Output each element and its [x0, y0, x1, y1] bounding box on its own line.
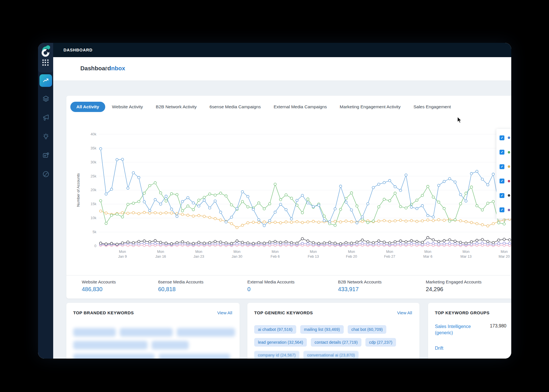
- svg-text:Feb 6: Feb 6: [270, 255, 280, 259]
- svg-text:Jan 23: Jan 23: [193, 255, 204, 259]
- blurred-keyword-row: [73, 354, 235, 359]
- top-keyword-groups-card: TOP KEYWORD GROUPS Sales Intelligence (g…: [428, 303, 511, 359]
- sidebar-item-insights[interactable]: [42, 133, 49, 140]
- breadcrumb: Dashboard | Inbox: [53, 57, 511, 81]
- svg-text:Feb 20: Feb 20: [346, 255, 357, 259]
- svg-text:Mon: Mon: [310, 250, 317, 254]
- top-generic-keywords-card: TOP GENERIC KEYWORDS View All ai chatbot…: [247, 303, 419, 359]
- sidebar-item-dashboard[interactable]: [39, 74, 52, 87]
- svg-text:Mar 13: Mar 13: [460, 255, 472, 259]
- legend-row: ✓6sense Media Campaigns: [500, 164, 511, 169]
- trending-up-icon: [42, 77, 49, 84]
- stat-value[interactable]: 433,917: [338, 286, 382, 293]
- svg-text:Mon: Mon: [424, 250, 431, 254]
- gauge-icon: [42, 171, 49, 178]
- blurred-keyword-chip[interactable]: [73, 341, 148, 349]
- svg-text:Mon: Mon: [157, 250, 164, 254]
- sidebar-item-metrics[interactable]: [42, 170, 49, 178]
- legend-checkbox-checked[interactable]: ✓: [500, 135, 504, 140]
- svg-text:Mon: Mon: [195, 250, 202, 254]
- contact-card-icon: [42, 152, 49, 159]
- stat-value: 24,296: [426, 286, 482, 293]
- blurred-keyword-chip[interactable]: [120, 328, 172, 337]
- legend-checkbox-checked[interactable]: ✓: [500, 164, 504, 169]
- keyword-chip[interactable]: contact details (27,719): [311, 338, 361, 347]
- keyword-chip[interactable]: cdp (27,237): [365, 338, 396, 347]
- svg-text:25k: 25k: [91, 174, 97, 178]
- stat-value[interactable]: 0: [247, 286, 295, 293]
- svg-text:Mon: Mon: [272, 250, 279, 254]
- blurred-keyword-row: [73, 328, 235, 337]
- blurred-keyword-chip[interactable]: [73, 354, 155, 359]
- keyword-chip[interactable]: lead generation (32,564): [254, 338, 307, 347]
- legend-row: ✓External Media Campaigns: [500, 179, 511, 184]
- blurred-keyword-chip[interactable]: [73, 328, 116, 337]
- svg-text:0: 0: [94, 244, 96, 248]
- app-grid-icon[interactable]: [42, 59, 49, 66]
- chart-legend-panel: ✓Website Activity✓B2B Network Activity✓6…: [496, 129, 511, 219]
- page-title: DASHBOARD: [63, 48, 92, 52]
- legend-row: ✓Website Activity: [500, 135, 511, 140]
- keyword-chip[interactable]: mailing list (93,469): [300, 325, 344, 334]
- card-title: TOP KEYWORD GROUPS: [435, 310, 490, 315]
- svg-text:Number of Accounts: Number of Accounts: [76, 173, 80, 207]
- svg-text:Feb 13: Feb 13: [308, 255, 319, 259]
- svg-text:Jan 16: Jan 16: [155, 255, 166, 259]
- svg-text:Jan 9: Jan 9: [118, 255, 127, 259]
- svg-text:5k: 5k: [93, 230, 97, 234]
- breadcrumb-separator: |: [106, 65, 107, 71]
- legend-series-marker: [508, 165, 510, 168]
- legend-checkbox-checked[interactable]: ✓: [500, 207, 504, 212]
- keyword-chip-row: ai chatbot (97,516)mailing list (93,469)…: [254, 325, 415, 334]
- blurred-keyword-chip[interactable]: [177, 328, 235, 337]
- svg-text:30k: 30k: [91, 160, 97, 164]
- card-title: TOP BRANDED KEYWORDS: [73, 310, 134, 315]
- legend-series-marker: [508, 151, 510, 153]
- svg-text:Mon: Mon: [463, 250, 470, 254]
- legend-checkbox-checked[interactable]: ✓: [500, 179, 504, 183]
- legend-checkbox-checked[interactable]: ✓: [500, 150, 504, 155]
- keyword-group-link[interactable]: Sales Intelligence (generic): [435, 323, 481, 336]
- stat-label: External Media Accounts: [247, 279, 295, 284]
- svg-text:Mon: Mon: [234, 250, 240, 254]
- sidebar-item-contacts[interactable]: [42, 151, 49, 159]
- sidebar-item-segments[interactable]: [42, 95, 49, 102]
- stat-external-media-accounts: External Media Accounts0: [247, 279, 295, 293]
- blurred-keyword-chip[interactable]: [152, 341, 189, 349]
- stat-value[interactable]: 60,818: [158, 286, 203, 293]
- sidebar-item-campaigns[interactable]: [42, 114, 49, 121]
- svg-text:20k: 20k: [91, 188, 97, 192]
- sixsense-logo-icon[interactable]: [41, 45, 50, 57]
- stat-value[interactable]: 486,830: [82, 286, 116, 293]
- legend-series-marker: [508, 194, 510, 197]
- generic-view-all-link[interactable]: View All: [397, 310, 412, 315]
- accounts-activity-chart[interactable]: 05k10k15k20k25k30k35k40kNumber of Accoun…: [66, 96, 511, 276]
- legend-series-marker: [508, 180, 510, 182]
- keyword-group-link[interactable]: Drift: [435, 345, 481, 351]
- branded-view-all-link[interactable]: View All: [217, 310, 232, 315]
- keyword-chip[interactable]: company id (24,567): [254, 351, 299, 359]
- svg-text:10k: 10k: [91, 216, 97, 220]
- keyword-chip[interactable]: ai chatbot (97,516): [254, 325, 296, 334]
- summary-stats-row: Website Accounts486,8306sense Media Acco…: [66, 275, 511, 299]
- keyword-chip[interactable]: conversational ai (23,870): [303, 351, 359, 359]
- activity-chart-card: All ActivityWebsite ActivityB2B Network …: [66, 96, 511, 299]
- stat-website-accounts: Website Accounts486,830: [82, 279, 116, 293]
- blurred-keyword-chip[interactable]: [159, 354, 230, 359]
- card-title: TOP GENERIC KEYWORDS: [254, 310, 313, 315]
- stat-6sense-media-accounts: 6sense Media Accounts60,818: [158, 279, 203, 293]
- legend-checkbox-checked[interactable]: ✓: [500, 193, 504, 198]
- lightbulb-icon: [42, 133, 49, 140]
- keyword-chip[interactable]: chat bot (60,709): [348, 325, 387, 334]
- keyword-chip-row: lead generation (32,564)contact details …: [254, 338, 415, 347]
- stat-label: B2B Network Accounts: [338, 279, 382, 284]
- stat-marketing-engaged-accounts: Marketing Engaged Accounts24,296: [426, 279, 482, 293]
- breadcrumb-inbox-link[interactable]: Inbox: [110, 65, 125, 72]
- svg-text:Mon: Mon: [119, 250, 126, 254]
- svg-text:Mon: Mon: [386, 250, 393, 254]
- stat-label: Website Accounts: [82, 279, 116, 284]
- top-branded-keywords-card: TOP BRANDED KEYWORDS View All: [66, 303, 240, 359]
- mouse-cursor: [457, 117, 463, 125]
- stat-label: 6sense Media Accounts: [158, 279, 203, 284]
- legend-row: ✓Sales Engagement: [500, 207, 511, 213]
